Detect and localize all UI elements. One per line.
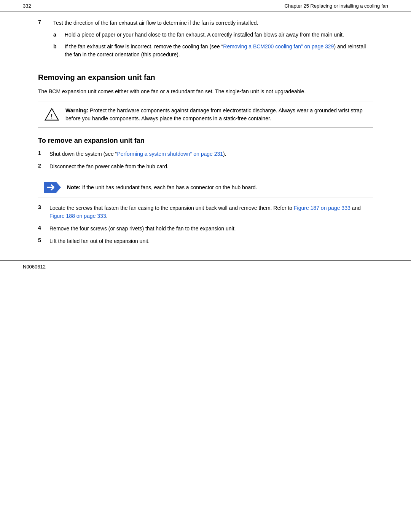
section1: Removing an expansion unit fan The BCM e… (38, 73, 373, 128)
step-4-content: Remove the four screws (or snap rivets) … (49, 225, 373, 233)
section2-heading: To remove an expansion unit fan (38, 137, 373, 145)
step-1-text-before: Shut down the system (see “ (49, 151, 117, 157)
note-text: Note: If the unit has redundant fans, ea… (67, 184, 257, 192)
step-7: 7 Test the direction of the fan exhaust … (38, 19, 373, 62)
step-1-text-after: ). (223, 151, 226, 157)
sub-step-a: a Hold a piece of paper or your hand clo… (53, 31, 373, 39)
step-3-text-after: . (106, 213, 108, 219)
step-5: 5 Lift the failed fan out of the expansi… (38, 237, 373, 245)
warning-text: Warning: Protect the hardware components… (65, 107, 367, 123)
page-footer: N0060612 (0, 260, 411, 273)
note-box: Note: If the unit has redundant fans, ea… (38, 177, 373, 198)
section2: To remove an expansion unit fan 1 Shut d… (38, 137, 373, 245)
step-1-number: 1 (38, 150, 49, 158)
step-3-text-mid: and (350, 205, 361, 211)
figure187-link[interactable]: Figure 187 on page 333 (294, 205, 350, 211)
figure188-link[interactable]: Figure 188 on page 333 (49, 213, 106, 219)
sub-step-b-text: If the fan exhaust air flow is incorrect… (65, 43, 373, 59)
step-1: 1 Shut down the system (see “Performing … (38, 150, 373, 158)
warning-icon: ! (44, 107, 59, 122)
sub-step-b: b If the fan exhaust air flow is incorre… (53, 43, 373, 59)
step-2-number: 2 (38, 163, 49, 171)
step-7-number: 7 (38, 19, 53, 62)
svg-marker-5 (56, 182, 61, 193)
note-body: If the unit has redundant fans, each fan… (82, 184, 257, 190)
section1-body: The BCM expansion unit comes either with… (38, 87, 373, 96)
bcm200-link[interactable]: Removing a BCM200 cooling fan” on page 3… (223, 43, 334, 50)
section1-heading: Removing an expansion unit fan (38, 73, 373, 82)
step-4-number: 4 (38, 225, 49, 233)
step-1-content: Shut down the system (see “Performing a … (49, 150, 373, 158)
step-4: 4 Remove the four screws (or snap rivets… (38, 225, 373, 233)
page-header: 332 Chapter 25 Replacing or installing a… (0, 0, 411, 11)
sub-step-a-text: Hold a piece of paper or your hand close… (65, 31, 373, 39)
step-5-content: Lift the failed fan out of the expansion… (49, 237, 373, 245)
shutdown-link[interactable]: Performing a system shutdown” on page 23… (117, 151, 223, 157)
step-5-number: 5 (38, 237, 49, 245)
chapter-title: Chapter 25 Replacing or installing a coo… (285, 3, 388, 9)
numbered-steps: 1 Shut down the system (see “Performing … (38, 150, 373, 245)
sub-step-b-label: b (53, 43, 65, 59)
step-3-content: Locate the screws that fasten the fan ca… (49, 204, 373, 220)
step-3: 3 Locate the screws that fasten the fan … (38, 204, 373, 220)
content-area: 7 Test the direction of the fan exhaust … (0, 11, 411, 273)
page-number: 332 (23, 3, 31, 9)
warning-label: Warning: (65, 107, 88, 113)
step-7-text: Test the direction of the fan exhaust ai… (53, 20, 258, 26)
warning-box: ! Warning: Protect the hardware componen… (38, 102, 373, 128)
svg-text:!: ! (51, 113, 53, 120)
note-label: Note: (67, 184, 81, 190)
step-3-number: 3 (38, 204, 49, 220)
step-2: 2 Disconnect the fan power cable from th… (38, 163, 373, 171)
step-2-content: Disconnect the fan power cable from the … (49, 163, 373, 171)
warning-body: Protect the hardware components against … (65, 107, 363, 121)
step-3-text-before: Locate the screws that fasten the fan ca… (49, 205, 294, 211)
page-container: 332 Chapter 25 Replacing or installing a… (0, 0, 411, 273)
sub-step-a-label: a (53, 31, 65, 39)
sub-steps: a Hold a piece of paper or your hand clo… (53, 31, 373, 59)
step-7-content: Test the direction of the fan exhaust ai… (53, 19, 373, 62)
note-icon (44, 182, 61, 193)
sub-step-b-text-before: If the fan exhaust air flow is incorrect… (65, 43, 223, 50)
doc-number: N0060612 (23, 264, 46, 270)
